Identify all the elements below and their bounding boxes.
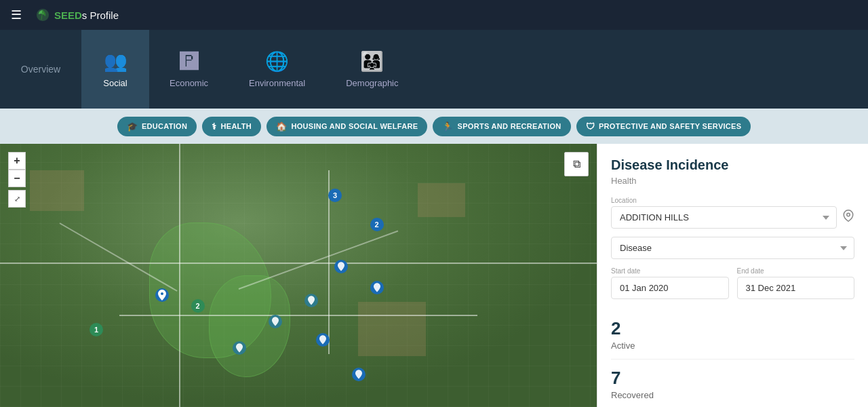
app-logo: SEEDs Profile xyxy=(35,7,119,22)
location-select-wrap: ADDITION HILLS xyxy=(611,206,837,229)
panel-subtitle: Health xyxy=(611,176,854,186)
stat-recovered: 7 Recovered xyxy=(611,360,854,407)
fullscreen-button[interactable]: ⤢ xyxy=(8,190,26,208)
map-marker-11[interactable]: 2 xyxy=(370,218,384,231)
disease-field-row: Disease xyxy=(611,237,854,259)
location-select-row: ADDITION HILLS xyxy=(611,206,854,229)
pill-education[interactable]: 🎓 EDUCATION xyxy=(117,117,197,136)
map-background xyxy=(0,144,597,407)
start-date-field: Start date xyxy=(611,267,729,299)
nav-demographic-label: Demographic xyxy=(346,78,398,88)
pill-protective-label: PROTECTIVE AND SAFETY SERVICES xyxy=(599,122,742,130)
disease-select[interactable]: Disease xyxy=(611,237,854,259)
map-marker-5[interactable] xyxy=(370,281,384,294)
pill-education-label: EDUCATION xyxy=(142,122,187,130)
logo-leaf-icon xyxy=(35,7,50,22)
stat-recovered-label: Recovered xyxy=(611,390,854,400)
location-pin-button[interactable] xyxy=(842,210,854,225)
menu-icon[interactable]: ☰ xyxy=(11,7,22,22)
map-area[interactable]: + − ⤢ ⧉ 1 2 2 3 xyxy=(0,144,597,407)
location-field-row: Location ADDITION HILLS xyxy=(611,197,854,229)
logo-seeds-text: SEEDs Profile xyxy=(54,9,119,21)
map-layers-button[interactable]: ⧉ xyxy=(564,152,589,176)
map-marker-4[interactable] xyxy=(304,294,318,307)
housing-icon: 🏠 xyxy=(276,121,287,132)
nav-economic-label: Economic xyxy=(170,78,208,88)
demographic-icon: 👨‍👩‍👧 xyxy=(360,50,384,73)
pill-housing-label: HOUSING AND SOCIAL WELFARE xyxy=(291,122,418,130)
stat-active-label: Active xyxy=(611,341,854,351)
road-horizontal-1 xyxy=(0,263,597,264)
building-area-1 xyxy=(30,170,84,211)
svg-point-1 xyxy=(847,213,850,216)
map-marker-8[interactable] xyxy=(352,368,366,381)
end-date-label: End date xyxy=(737,267,855,275)
map-grid-overlay xyxy=(0,144,597,407)
pill-sports-label: SPORTS AND RECREATION xyxy=(458,122,561,130)
date-row: Start date End date xyxy=(611,267,854,299)
economic-icon: 🅿 xyxy=(180,50,199,73)
zoom-out-button[interactable]: − xyxy=(8,170,26,187)
end-date-field: End date xyxy=(737,267,855,299)
road-vertical-1 xyxy=(179,144,180,407)
section-nav: Overview 👥 Social 🅿 Economic 🌐 Environme… xyxy=(0,30,868,109)
health-icon: ⚕ xyxy=(212,121,216,132)
stat-active: 2 Active xyxy=(611,310,854,360)
map-marker-3[interactable] xyxy=(334,260,348,273)
location-select[interactable]: ADDITION HILLS xyxy=(611,206,837,229)
map-controls: + − ⤢ xyxy=(8,152,26,208)
building-area-2 xyxy=(358,302,426,356)
environmental-icon: 🌐 xyxy=(265,50,289,73)
overview-label: Overview xyxy=(21,64,60,75)
stat-recovered-number: 7 xyxy=(611,368,854,389)
nav-environmental-label: Environmental xyxy=(249,78,305,88)
pill-health[interactable]: ⚕ HEALTH xyxy=(202,117,261,136)
map-marker-12[interactable]: 3 xyxy=(328,189,342,202)
sports-icon: 🏃 xyxy=(442,121,453,132)
map-marker-1[interactable]: 1 xyxy=(90,323,103,336)
nav-demographic[interactable]: 👨‍👩‍👧 Demographic xyxy=(326,30,418,109)
start-date-label: Start date xyxy=(611,267,729,275)
road-horizontal-2 xyxy=(119,315,477,316)
pill-health-label: HEALTH xyxy=(221,122,252,130)
location-label: Location xyxy=(611,197,854,204)
nav-social-label: Social xyxy=(103,78,127,88)
topbar: ☰ SEEDs Profile xyxy=(0,0,868,30)
start-date-input[interactable] xyxy=(611,277,729,299)
pill-sports[interactable]: 🏃 SPORTS AND RECREATION xyxy=(433,117,570,136)
pill-protective[interactable]: 🛡 PROTECTIVE AND SAFETY SERVICES xyxy=(576,117,751,136)
panel-title: Disease Incidence xyxy=(611,157,854,173)
education-icon: 🎓 xyxy=(127,121,138,132)
main-content: + − ⤢ ⧉ 1 2 2 3 xyxy=(0,144,868,407)
right-panel: Disease Incidence Health Location ADDITI… xyxy=(597,144,868,407)
nav-economic[interactable]: 🅿 Economic xyxy=(149,30,229,109)
nav-environmental[interactable]: 🌐 Environmental xyxy=(229,30,326,109)
zoom-in-button[interactable]: + xyxy=(8,152,26,170)
stat-active-number: 2 xyxy=(611,318,854,339)
protective-icon: 🛡 xyxy=(586,121,595,132)
social-icon: 👥 xyxy=(104,50,127,73)
building-area-3 xyxy=(418,183,465,217)
subnav: 🎓 EDUCATION ⚕ HEALTH 🏠 HOUSING AND SOCIA… xyxy=(0,109,868,144)
nav-social[interactable]: 👥 Social xyxy=(81,30,149,109)
map-marker-2[interactable]: 2 xyxy=(191,299,205,313)
nav-overview[interactable]: Overview xyxy=(0,30,81,109)
end-date-input[interactable] xyxy=(737,277,855,299)
pill-housing[interactable]: 🏠 HOUSING AND SOCIAL WELFARE xyxy=(267,117,427,136)
